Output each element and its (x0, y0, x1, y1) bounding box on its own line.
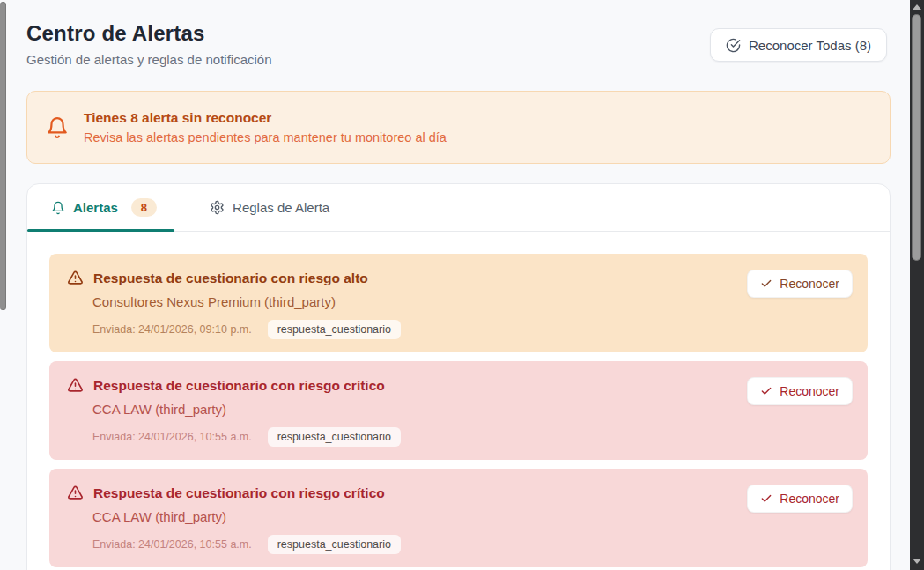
gear-icon (210, 200, 225, 215)
tab-alertas[interactable]: Alertas 8 (27, 184, 174, 231)
acknowledge-all-label: Reconocer Todas (8) (749, 38, 871, 53)
warning-triangle-icon (67, 377, 84, 394)
alert-card: Respuesta de cuestionario con riesgo alt… (49, 254, 868, 352)
alert-card: Respuesta de cuestionario con riesgo crí… (49, 469, 868, 567)
right-scrollbar[interactable] (910, 0, 924, 570)
alert-title-row: Respuesta de cuestionario con riesgo crí… (67, 377, 850, 394)
bell-icon (46, 116, 69, 139)
alert-sent-timestamp: Enviada: 24/01/2026, 10:55 a.m. (92, 431, 252, 443)
alert-sent-timestamp: Enviada: 24/01/2026, 09:10 p.m. (92, 323, 252, 336)
warning-triangle-icon (67, 485, 84, 501)
banner-title: Tienes 8 alerta sin reconocer (84, 110, 447, 126)
tab-bar: Alertas 8 Reglas de Alerta (27, 184, 890, 232)
alert-title: Respuesta de cuestionario con riesgo crí… (93, 485, 385, 501)
alert-count-badge: 8 (131, 198, 157, 217)
page-heading-block: Centro de Alertas Gestión de alertas y r… (26, 21, 272, 67)
alert-card: Respuesta de cuestionario con riesgo crí… (49, 361, 868, 460)
page-title: Centro de Alertas (26, 21, 272, 46)
acknowledge-label: Reconocer (780, 384, 839, 398)
acknowledge-button[interactable]: Reconocer (747, 377, 853, 405)
alert-title: Respuesta de cuestionario con riesgo alt… (93, 270, 368, 286)
alert-meta-row: Enviada: 24/01/2026, 10:55 a.m. respuest… (92, 427, 850, 447)
unacknowledged-banner: Tienes 8 alerta sin reconocer Revisa las… (26, 91, 891, 164)
tab-reglas-label: Reglas de Alerta (233, 200, 329, 215)
alert-title-row: Respuesta de cuestionario con riesgo crí… (67, 485, 850, 501)
acknowledge-label: Reconocer (780, 277, 839, 291)
scrollbar-up-arrow[interactable] (913, 4, 921, 10)
alert-meta-row: Enviada: 24/01/2026, 10:55 a.m. respuest… (92, 535, 850, 554)
right-scrollbar-thumb[interactable] (912, 14, 921, 261)
alert-type-badge: respuesta_cuestionario (268, 320, 401, 339)
alert-entity: CCA LAW (third_party) (92, 402, 850, 417)
alert-sent-timestamp: Enviada: 24/01/2026, 10:55 a.m. (92, 538, 252, 551)
check-circle-icon (726, 38, 741, 53)
alert-type-badge: respuesta_cuestionario (268, 427, 401, 447)
tab-reglas-de-alerta[interactable]: Reglas de Alerta (196, 184, 344, 231)
banner-subtitle: Revisa las alertas pendientes para mante… (84, 130, 447, 144)
alert-meta-row: Enviada: 24/01/2026, 09:10 p.m. respuest… (92, 320, 850, 339)
acknowledge-button[interactable]: Reconocer (747, 485, 853, 513)
scrollbar-down-arrow[interactable] (913, 559, 921, 564)
check-icon (760, 278, 772, 290)
acknowledge-button[interactable]: Reconocer (747, 270, 853, 298)
left-scrollbar-thumb[interactable] (0, 2, 6, 310)
tab-alertas-label: Alertas (73, 200, 118, 215)
alert-list: Respuesta de cuestionario con riesgo alt… (27, 232, 890, 570)
check-icon (760, 492, 772, 505)
check-icon (760, 385, 772, 397)
alert-entity: CCA LAW (third_party) (92, 509, 850, 524)
page-subtitle: Gestión de alertas y reglas de notificac… (26, 52, 272, 67)
page-header: Centro de Alertas Gestión de alertas y r… (26, 21, 887, 67)
alert-entity: Consultores Nexus Premium (third_party) (92, 294, 850, 309)
alert-title-row: Respuesta de cuestionario con riesgo alt… (67, 270, 850, 286)
banner-text-block: Tienes 8 alerta sin reconocer Revisa las… (84, 110, 447, 144)
warning-triangle-icon (67, 270, 84, 286)
alert-type-badge: respuesta_cuestionario (268, 535, 401, 554)
bell-icon (51, 201, 65, 215)
acknowledge-all-button[interactable]: Reconocer Todas (8) (710, 28, 887, 62)
alert-title: Respuesta de cuestionario con riesgo crí… (93, 378, 385, 394)
alerts-panel: Alertas 8 Reglas de Alerta (26, 183, 891, 570)
acknowledge-label: Reconocer (780, 492, 839, 506)
alert-center-screen: Centro de Alertas Gestión de alertas y r… (0, 0, 924, 570)
